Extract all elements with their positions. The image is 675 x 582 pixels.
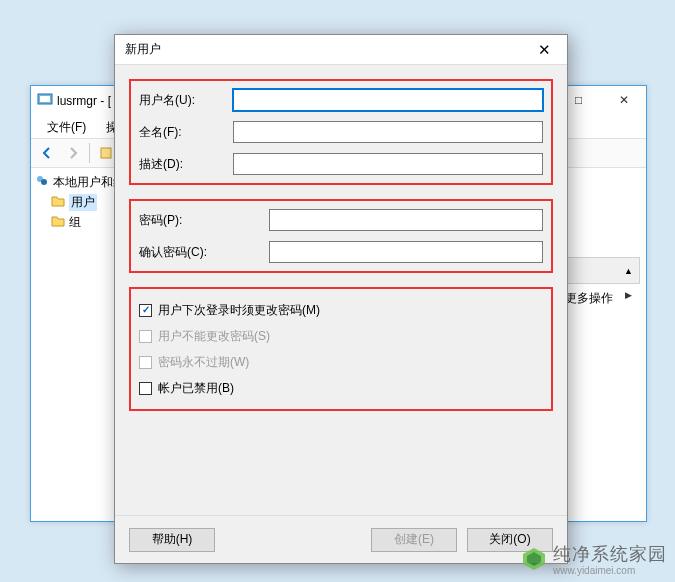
highlight-password-group: 密码(P): 确认密码(C): bbox=[129, 199, 553, 273]
description-label: 描述(D): bbox=[139, 156, 233, 173]
mmc-close-button[interactable]: ✕ bbox=[601, 86, 646, 114]
highlight-identity-group: 用户名(U): 全名(F): 描述(D): bbox=[129, 79, 553, 185]
toolbar-back-button[interactable] bbox=[35, 141, 59, 165]
mmc-title: lusrmgr - [ bbox=[57, 94, 111, 108]
dialog-titlebar: 新用户 ✕ bbox=[115, 35, 567, 65]
users-groups-icon bbox=[35, 174, 49, 191]
folder-icon bbox=[51, 214, 65, 231]
confirm-password-input[interactable] bbox=[269, 241, 543, 263]
username-input[interactable] bbox=[233, 89, 543, 111]
confirm-password-label: 确认密码(C): bbox=[139, 244, 269, 261]
create-button: 创建(E) bbox=[371, 528, 457, 552]
watermark-url: www.yidaimei.com bbox=[553, 565, 667, 576]
toolbar-separator bbox=[89, 143, 90, 163]
description-input[interactable] bbox=[233, 153, 543, 175]
watermark-logo-icon bbox=[521, 546, 547, 576]
svg-rect-2 bbox=[101, 148, 111, 158]
checkbox-icon bbox=[139, 330, 152, 343]
menu-file[interactable]: 文件(F) bbox=[39, 117, 94, 138]
dialog-button-row: 帮助(H) 创建(E) 关闭(O) bbox=[115, 515, 567, 563]
folder-icon bbox=[51, 194, 65, 211]
toolbar-forward-button[interactable] bbox=[61, 141, 85, 165]
dialog-title: 新用户 bbox=[125, 41, 161, 58]
checkbox-cannot-change: 用户不能更改密码(S) bbox=[139, 323, 543, 349]
watermark: 纯净系统家园 www.yidaimei.com bbox=[521, 545, 667, 576]
svg-point-4 bbox=[41, 179, 47, 185]
svg-rect-1 bbox=[40, 96, 50, 102]
dialog-close-button[interactable]: ✕ bbox=[521, 35, 567, 65]
checkbox-icon bbox=[139, 304, 152, 317]
checkbox-icon bbox=[139, 382, 152, 395]
password-label: 密码(P): bbox=[139, 212, 269, 229]
password-input[interactable] bbox=[269, 209, 543, 231]
fullname-input[interactable] bbox=[233, 121, 543, 143]
checkbox-account-disabled[interactable]: 帐户已禁用(B) bbox=[139, 375, 543, 401]
checkbox-never-expire: 密码永不过期(W) bbox=[139, 349, 543, 375]
new-user-dialog: 新用户 ✕ 用户名(U): 全名(F): 描述(D): 密码(P): bbox=[114, 34, 568, 564]
mmc-app-icon bbox=[37, 91, 53, 111]
fullname-label: 全名(F): bbox=[139, 124, 233, 141]
username-label: 用户名(U): bbox=[139, 92, 233, 109]
help-button[interactable]: 帮助(H) bbox=[129, 528, 215, 552]
highlight-options-group: 用户下次登录时须更改密码(M) 用户不能更改密码(S) 密码永不过期(W) 帐户… bbox=[129, 287, 553, 411]
watermark-text: 纯净系统家园 bbox=[553, 545, 667, 565]
checkbox-icon bbox=[139, 356, 152, 369]
checkbox-must-change[interactable]: 用户下次登录时须更改密码(M) bbox=[139, 297, 543, 323]
collapse-icon[interactable]: ▲ bbox=[624, 266, 633, 276]
